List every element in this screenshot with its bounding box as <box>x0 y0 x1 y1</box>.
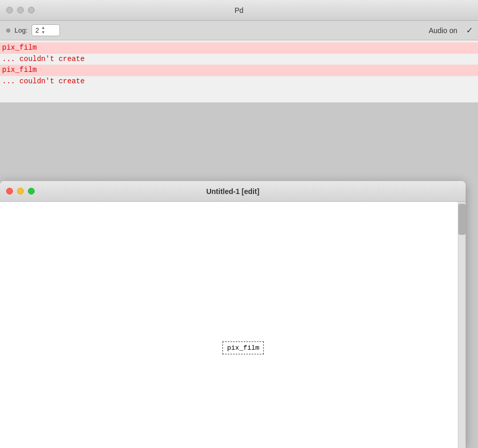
patch-scrollbar[interactable] <box>458 202 466 448</box>
patch-minimize-button[interactable] <box>17 188 24 195</box>
titlebar-controls <box>6 7 35 13</box>
pd-console-window: Pd Log: 2 ▲ ▼ Audio on ✓ pix_film ... co… <box>0 0 478 102</box>
patch-canvas[interactable]: pix_film <box>0 202 466 448</box>
log-label: Log: <box>14 26 27 34</box>
log-value: 2 <box>35 26 39 34</box>
close-button[interactable] <box>6 7 13 13</box>
pd-object-pix-film[interactable]: pix_film <box>222 341 264 354</box>
patch-editor-window: Untitled-1 [edit] pix_film <box>0 181 466 448</box>
pd-toolbar: Log: 2 ▲ ▼ Audio on ✓ <box>0 21 478 40</box>
pd-titlebar: Pd <box>0 0 478 21</box>
patch-close-button[interactable] <box>6 188 13 195</box>
audio-status: Audio on <box>429 26 457 35</box>
spinner-arrows[interactable]: ▲ ▼ <box>41 26 46 35</box>
console-line: pix_film <box>0 42 478 54</box>
toolbar-dot <box>6 28 10 33</box>
spinner-down-icon[interactable]: ▼ <box>41 31 46 35</box>
pd-console: pix_film ... couldn't create pix_film ..… <box>0 40 478 102</box>
console-line: pix_film <box>0 65 478 76</box>
log-spinner[interactable]: 2 ▲ ▼ <box>32 24 60 36</box>
pd-object-label: pix_film <box>227 344 259 352</box>
console-line: ... couldn't create <box>0 76 478 87</box>
audio-checkbox[interactable]: ✓ <box>466 25 473 35</box>
maximize-button[interactable] <box>28 7 35 13</box>
patch-titlebar: Untitled-1 [edit] <box>0 181 466 202</box>
patch-titlebar-controls <box>6 188 35 195</box>
patch-window-title: Untitled-1 [edit] <box>206 187 260 196</box>
minimize-button[interactable] <box>17 7 24 13</box>
patch-maximize-button[interactable] <box>28 188 35 195</box>
pd-window-title: Pd <box>234 6 243 14</box>
spinner-up-icon[interactable]: ▲ <box>41 26 46 30</box>
scrollbar-thumb[interactable] <box>458 204 466 235</box>
console-line: ... couldn't create <box>0 54 478 65</box>
